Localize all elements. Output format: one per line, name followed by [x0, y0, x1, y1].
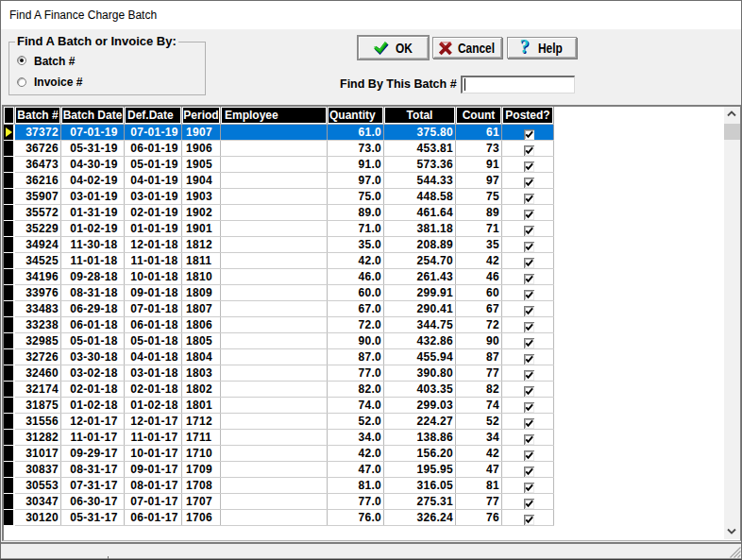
svg-text:?: ?	[519, 39, 529, 57]
